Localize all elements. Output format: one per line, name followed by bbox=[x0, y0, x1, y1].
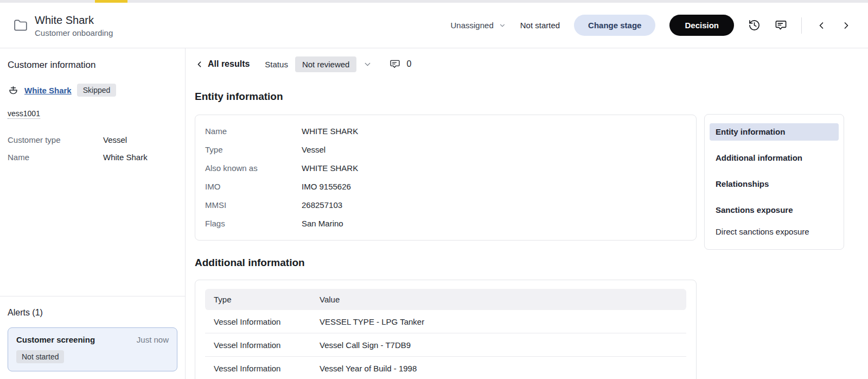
customer-field-row: Name White Shark bbox=[8, 153, 177, 162]
alerts-section: Alerts (1) Customer screening Just now N… bbox=[8, 296, 177, 371]
review-status-pill[interactable]: Not reviewed bbox=[295, 56, 357, 72]
column-header-value: Value bbox=[320, 295, 340, 304]
cell-type: Vessel Information bbox=[214, 364, 320, 373]
customer-entity-line: White Shark Skipped bbox=[8, 84, 177, 97]
vessel-icon bbox=[8, 85, 19, 96]
stage-progress-segment bbox=[95, 0, 127, 3]
entity-row-value: San Marino bbox=[302, 219, 343, 228]
additional-table-header: Type Value bbox=[205, 289, 686, 310]
cell-type: Vessel Information bbox=[214, 340, 320, 350]
case-header: White Shark Customer onboarding Unassign… bbox=[0, 3, 868, 48]
field-value: White Shark bbox=[103, 153, 148, 162]
stage-progress-bar bbox=[0, 0, 868, 3]
entity-row-label: Also known as bbox=[205, 163, 302, 173]
back-to-all-results-button[interactable]: All results bbox=[195, 59, 250, 69]
column-header-type: Type bbox=[214, 295, 320, 304]
next-record-button[interactable] bbox=[841, 20, 852, 31]
entity-row-label: IMO bbox=[205, 182, 302, 191]
chevron-down-icon bbox=[499, 22, 506, 29]
page-subtitle: Customer onboarding bbox=[35, 28, 113, 37]
record-pager bbox=[816, 20, 852, 31]
case-header-left: White Shark Customer onboarding bbox=[14, 14, 113, 37]
result-comments-button[interactable]: 0 bbox=[390, 59, 411, 70]
alert-title: Customer screening bbox=[16, 335, 95, 344]
nav-item-direct-sanctions-exposure[interactable]: Direct sanctions exposure bbox=[710, 223, 839, 241]
case-status-text: Not started bbox=[520, 21, 560, 30]
screen: White Shark Customer onboarding Unassign… bbox=[0, 0, 868, 379]
customer-field-row: Customer type Vessel bbox=[8, 135, 177, 144]
case-header-actions: Unassigned Not started Change stage Deci… bbox=[451, 15, 852, 36]
nav-item-additional-information[interactable]: Additional information bbox=[710, 149, 839, 167]
entity-row: MMSI 268257103 bbox=[205, 196, 686, 214]
page-title: White Shark bbox=[35, 14, 113, 27]
entity-information-card: Name WHITE SHARK Type Vessel Also known … bbox=[195, 115, 697, 241]
field-value: Vessel bbox=[103, 135, 127, 144]
skipped-badge: Skipped bbox=[77, 84, 117, 97]
change-stage-button[interactable]: Change stage bbox=[574, 15, 655, 36]
history-icon[interactable] bbox=[748, 19, 761, 31]
comment-count: 0 bbox=[406, 59, 411, 69]
entity-row-label: Name bbox=[205, 127, 302, 136]
entity-row-label: Type bbox=[205, 145, 302, 154]
entity-row-value: WHITE SHARK bbox=[302, 163, 358, 173]
alert-card-header: Customer screening Just now bbox=[16, 335, 169, 344]
header-divider bbox=[801, 17, 802, 34]
entity-row: IMO IMO 9155626 bbox=[205, 178, 686, 196]
nav-item-sanctions-exposure[interactable]: Sanctions exposure bbox=[710, 201, 839, 219]
table-row: Vessel Information VESSEL TYPE - LPG Tan… bbox=[205, 310, 686, 333]
alert-timestamp: Just now bbox=[137, 335, 169, 344]
customer-information-heading: Customer information bbox=[8, 60, 177, 71]
nav-item-relationships[interactable]: Relationships bbox=[710, 175, 839, 193]
entity-row: Flags San Marino bbox=[205, 214, 686, 233]
alert-card-customer-screening[interactable]: Customer screening Just now Not started bbox=[8, 327, 177, 371]
entity-row-value: IMO 9155626 bbox=[302, 182, 351, 191]
entity-row: Type Vessel bbox=[205, 141, 686, 159]
table-row: Vessel Information Vessel Year of Build … bbox=[205, 357, 686, 379]
assignee-value: Unassigned bbox=[451, 21, 494, 30]
customer-id[interactable]: vess1001 bbox=[8, 109, 40, 119]
entity-row-value: WHITE SHARK bbox=[302, 127, 358, 136]
status-chevron-down-icon[interactable] bbox=[363, 60, 372, 69]
folder-icon bbox=[14, 18, 28, 33]
entity-row-label: MMSI bbox=[205, 200, 302, 210]
comments-icon[interactable] bbox=[775, 19, 787, 31]
cell-type: Vessel Information bbox=[214, 317, 320, 326]
result-toolbar: All results Status Not reviewed 0 bbox=[195, 55, 868, 73]
nav-item-entity-information[interactable]: Entity information bbox=[710, 123, 839, 141]
alert-status-badge: Not started bbox=[16, 350, 64, 363]
entity-row: Name WHITE SHARK bbox=[205, 122, 686, 141]
section-nav-card: Entity information Additional informatio… bbox=[704, 114, 844, 250]
assignee-dropdown[interactable]: Unassigned bbox=[451, 21, 506, 30]
field-label: Customer type bbox=[8, 135, 103, 144]
status-label: Status bbox=[265, 60, 288, 69]
table-row: Vessel Information Vessel Call Sign - T7… bbox=[205, 333, 686, 357]
entity-row: Also known as WHITE SHARK bbox=[205, 159, 686, 178]
decision-button[interactable]: Decision bbox=[669, 15, 734, 36]
previous-record-button[interactable] bbox=[816, 20, 827, 31]
additional-information-card: Type Value Vessel Information VESSEL TYP… bbox=[195, 280, 697, 379]
comment-icon bbox=[390, 59, 400, 70]
cell-value: VESSEL TYPE - LPG Tanker bbox=[320, 317, 424, 326]
chevron-left-icon bbox=[195, 60, 204, 69]
additional-information-heading: Additional information bbox=[195, 257, 868, 269]
sidebar-divider bbox=[0, 296, 185, 296]
cell-value: Vessel Year of Build - 1998 bbox=[320, 364, 417, 373]
entity-information-heading: Entity information bbox=[195, 91, 868, 103]
entity-row-value: 268257103 bbox=[302, 200, 342, 210]
customer-sidebar: Customer information White Shark Skipped… bbox=[0, 48, 186, 379]
title-block: White Shark Customer onboarding bbox=[35, 14, 113, 37]
back-label: All results bbox=[208, 59, 250, 69]
entity-row-value: Vessel bbox=[302, 145, 326, 154]
entity-row-label: Flags bbox=[205, 219, 302, 228]
customer-name-link[interactable]: White Shark bbox=[24, 86, 72, 95]
alerts-heading: Alerts (1) bbox=[8, 308, 177, 318]
cell-value: Vessel Call Sign - T7DB9 bbox=[320, 340, 411, 350]
field-label: Name bbox=[8, 153, 103, 162]
